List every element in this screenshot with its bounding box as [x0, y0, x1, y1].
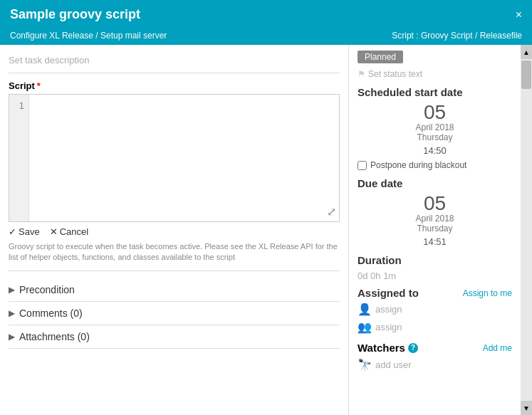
flag-icon: ⚑	[358, 69, 365, 79]
postpone-row: Postpone during blackout	[358, 160, 512, 170]
breadcrumb-bar: Configure XL Release / Setup mail server…	[0, 29, 532, 45]
status-text-row: ⚑ Set status text	[358, 69, 512, 79]
precondition-section[interactable]: ▶ Precondition	[9, 278, 340, 302]
assigned-to-label: Assigned to	[358, 287, 419, 299]
close-button[interactable]: ×	[516, 9, 522, 21]
left-panel: Set task description Script * 1 ⤢ ✓	[0, 45, 349, 415]
right-panel: Planned ⚑ Set status text Scheduled star…	[349, 45, 532, 415]
status-text-placeholder[interactable]: Set status text	[368, 69, 422, 79]
watchers-help-icon[interactable]: ?	[408, 343, 418, 353]
scrollbar-handle[interactable]	[521, 61, 531, 89]
watchers-row: Watchers ? Add me	[358, 342, 512, 354]
start-day-name: Thursday	[358, 132, 512, 142]
postpone-label: Postpone during blackout	[370, 160, 466, 170]
due-date-label: Due date	[358, 177, 512, 189]
breadcrumb-left[interactable]: Configure XL Release / Setup mail server	[10, 31, 167, 41]
x-icon: ✕	[50, 226, 58, 237]
expand-icon[interactable]: ⤢	[327, 205, 336, 219]
due-month-year: April 2018	[358, 214, 512, 224]
due-day-name: Thursday	[358, 224, 512, 233]
start-date-block: 05 April 2018 Thursday	[358, 103, 512, 142]
comments-section[interactable]: ▶ Comments (0)	[9, 302, 340, 325]
divider-1	[9, 270, 340, 271]
script-section: Script * 1 ⤢ ✓ Save ✕	[9, 80, 340, 263]
scrollbar: ▲ ▼	[521, 45, 532, 415]
precondition-label: Precondition	[19, 284, 75, 295]
add-me-button[interactable]: Add me	[483, 343, 512, 353]
task-description-placeholder[interactable]: Set task description	[9, 51, 340, 73]
postpone-checkbox[interactable]	[358, 161, 367, 170]
assignee2-row: 👥 assign	[358, 318, 512, 336]
line-numbers: 1	[9, 95, 29, 221]
scroll-up-button[interactable]: ▲	[521, 45, 532, 59]
assignee1-row: 👤 assign	[358, 300, 512, 318]
right-panel-content: Planned ⚑ Set status text Scheduled star…	[349, 45, 521, 415]
breadcrumb-right: Script : Groovy Script / Releasefile	[392, 31, 522, 41]
due-time: 14:51	[358, 236, 512, 247]
people-icon: 👥	[358, 320, 372, 334]
attachments-section[interactable]: ▶ Attachments (0)	[9, 325, 340, 349]
modal-title: Sample groovy script	[10, 7, 140, 22]
editor-actions: ✓ Save ✕ Cancel	[9, 226, 340, 237]
scrollbar-body[interactable]	[521, 59, 532, 401]
watchers-label: Watchers	[358, 342, 405, 354]
modal-header: Sample groovy script ×	[0, 0, 532, 29]
attachments-label: Attachments (0)	[19, 331, 90, 342]
scheduled-start-label: Scheduled start date	[358, 86, 512, 98]
scroll-down-button[interactable]: ▼	[521, 401, 532, 415]
script-help-text: Groovy script to execute when the task b…	[9, 241, 340, 263]
modal-body: Set task description Script * 1 ⤢ ✓	[0, 45, 532, 415]
start-day: 05	[358, 103, 512, 122]
save-button[interactable]: ✓ Save	[9, 226, 40, 237]
watchers-label-group: Watchers ?	[358, 342, 418, 354]
assign-to-me-button[interactable]: Assign to me	[463, 288, 512, 298]
status-badge[interactable]: Planned	[358, 51, 403, 63]
binoculars-icon: 🔭	[358, 358, 372, 372]
code-editor[interactable]: 1 ⤢	[9, 94, 340, 222]
precondition-chevron: ▶	[9, 285, 15, 295]
duration-value: 0d 0h 1m	[358, 270, 512, 281]
comments-chevron: ▶	[9, 308, 15, 318]
comments-label: Comments (0)	[19, 308, 83, 319]
start-time: 14:50	[358, 145, 512, 156]
cancel-button[interactable]: ✕ Cancel	[50, 226, 88, 237]
check-icon: ✓	[9, 226, 16, 237]
due-date-block: 05 April 2018 Thursday	[358, 194, 512, 233]
duration-label: Duration	[358, 254, 512, 266]
assignee1-placeholder[interactable]: assign	[375, 304, 402, 315]
code-textarea[interactable]	[29, 95, 339, 221]
script-label: Script *	[9, 80, 340, 91]
assigned-to-row: Assigned to Assign to me	[358, 287, 512, 299]
add-user-row: 🔭 add user	[358, 357, 512, 373]
attachments-chevron: ▶	[9, 332, 15, 342]
assignee2-placeholder[interactable]: assign	[375, 322, 402, 332]
required-marker: *	[37, 80, 41, 91]
person-icon-1: 👤	[358, 303, 372, 316]
add-user-placeholder[interactable]: add user	[375, 359, 412, 370]
start-month-year: April 2018	[358, 122, 512, 132]
due-day: 05	[358, 194, 512, 214]
